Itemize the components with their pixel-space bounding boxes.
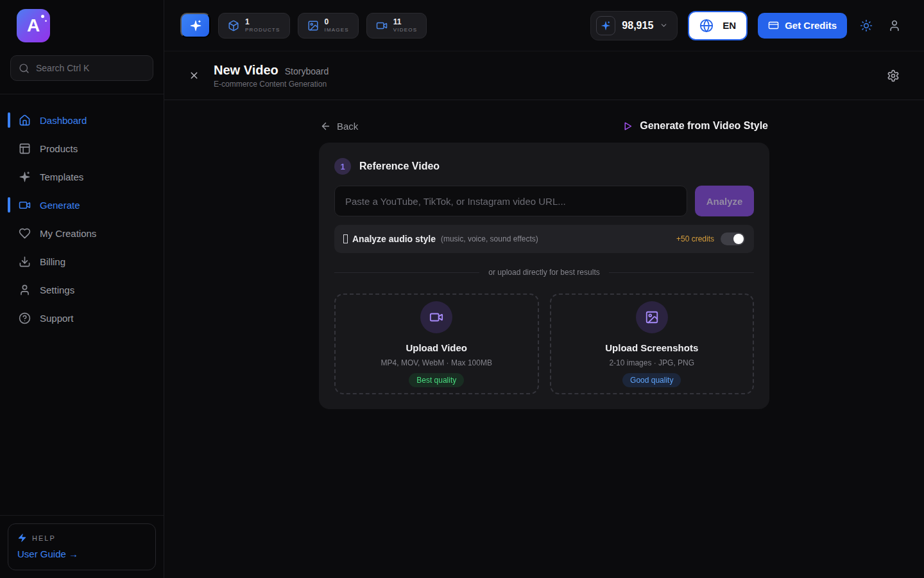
image-icon (636, 301, 668, 333)
logo-dot (45, 20, 47, 22)
theme-toggle-button[interactable] (857, 17, 875, 35)
language-selector[interactable]: EN (688, 11, 748, 40)
video-url-input[interactable] (334, 186, 687, 216)
generate-style-label: Generate from Video Style (640, 120, 768, 132)
reference-video-card: 1 Reference Video Analyze Analyze audio … (319, 143, 769, 409)
sidebar-item-label: Dashboard (40, 115, 87, 126)
sparkles-button[interactable] (180, 13, 210, 38)
credit-card-icon (768, 20, 779, 31)
video-icon (376, 20, 388, 31)
play-icon (622, 121, 633, 132)
page-title: New Video (214, 63, 278, 78)
video-camera-icon (420, 301, 452, 333)
logo-dot (41, 15, 44, 18)
sidebar-item-label: Settings (40, 285, 74, 295)
close-button[interactable] (186, 67, 202, 83)
upload-divider: or upload directly for best results (334, 268, 754, 277)
stat-value: 11 (393, 18, 417, 26)
sidebar-item-my-creations[interactable]: My Creations (0, 219, 164, 247)
page-mode-label: Storyboard (285, 66, 329, 76)
user-icon (888, 19, 901, 32)
chevron-down-icon (660, 21, 668, 30)
user-menu-button[interactable] (886, 17, 903, 35)
page-description: E-commerce Content Generation (214, 80, 329, 89)
stat-value: 0 (325, 18, 349, 26)
user-guide-link[interactable]: User Guide → (17, 548, 146, 559)
sidebar-item-label: Billing (40, 256, 65, 267)
upload-screenshots-title: Upload Screenshots (605, 342, 698, 353)
audio-style-toggle[interactable] (721, 232, 745, 245)
bolt-icon (17, 533, 27, 543)
sidebar-item-billing[interactable]: Billing (0, 247, 164, 276)
sidebar-item-label: My Creations (40, 228, 96, 239)
globe-icon (699, 19, 714, 33)
stat-videos[interactable]: 11 VIDEOS (366, 13, 427, 39)
panel-icon (19, 143, 31, 155)
sun-icon (860, 19, 873, 32)
back-button[interactable]: Back (320, 121, 358, 132)
page-header: New Video Storyboard E-commerce Content … (164, 51, 924, 100)
analyze-button[interactable]: Analyze (695, 186, 754, 216)
stat-images[interactable]: 0 IMAGES (298, 13, 359, 39)
quality-badge: Good quality (622, 373, 681, 387)
quality-badge: Best quality (409, 373, 464, 387)
sidebar-item-label: Generate (40, 200, 80, 211)
get-credits-button[interactable]: Get Credits (758, 13, 847, 39)
sidebar: A Dashboard Products (0, 0, 164, 578)
sidebar-item-label: Support (40, 313, 74, 324)
upload-screenshots-dropzone[interactable]: Upload Screenshots 2-10 images · JPG, PN… (550, 293, 755, 394)
step-title: Reference Video (359, 161, 440, 172)
upload-video-dropzone[interactable]: Upload Video MP4, MOV, WebM · Max 100MB … (334, 293, 539, 394)
sparkles-icon (596, 16, 615, 35)
search-input[interactable] (36, 63, 145, 73)
sidebar-item-label: Products (40, 143, 78, 154)
settings-button[interactable] (884, 67, 902, 85)
audio-style-row: Analyze audio style (music, voice, sound… (334, 225, 754, 253)
close-icon (189, 70, 200, 81)
gear-icon (887, 69, 900, 82)
stat-label: PRODUCTS (245, 26, 280, 33)
heart-icon (19, 227, 31, 240)
upload-screenshots-subtitle: 2-10 images · JPG, PNG (609, 358, 694, 367)
help-box: HELP User Guide → (8, 523, 156, 570)
box-icon (228, 20, 239, 31)
toggle-knob (733, 234, 744, 244)
sparkles-icon (19, 171, 31, 183)
sidebar-item-templates[interactable]: Templates (0, 162, 164, 191)
app-logo[interactable]: A (17, 9, 50, 42)
help-label: HELP (32, 534, 56, 542)
audio-credits-cost: +50 credits (676, 234, 714, 243)
stat-label: VIDEOS (393, 26, 417, 33)
download-icon (19, 256, 31, 268)
sidebar-item-settings[interactable]: Settings (0, 276, 164, 304)
upload-video-subtitle: MP4, MOV, WebM · Max 100MB (381, 358, 492, 367)
home-icon (19, 114, 31, 127)
audio-style-hint: (music, voice, sound effects) (441, 234, 538, 243)
sidebar-item-support[interactable]: Support (0, 304, 164, 332)
step-number-badge: 1 (334, 158, 351, 175)
stat-value: 1 (245, 18, 280, 26)
user-icon (19, 284, 31, 296)
get-credits-label: Get Credits (785, 20, 837, 31)
video-icon (19, 199, 31, 211)
main-content: Back Generate from Video Style 1 Referen… (164, 100, 924, 578)
stats-group: 1 PRODUCTS 0 IMAGES 11 VIDEOS (218, 13, 427, 39)
top-header: 1 PRODUCTS 0 IMAGES 11 VIDEOS (164, 0, 924, 51)
sidebar-item-label: Templates (40, 171, 83, 182)
logo-letter: A (27, 17, 40, 35)
missing-glyph-icon (343, 234, 348, 243)
language-code: EN (723, 20, 736, 31)
sidebar-search[interactable] (10, 55, 153, 81)
credits-dropdown[interactable]: 98,915 (590, 11, 678, 40)
audio-style-title: Analyze audio style (352, 234, 436, 244)
stat-label: IMAGES (325, 26, 349, 33)
sidebar-item-dashboard[interactable]: Dashboard (0, 106, 164, 134)
search-icon (19, 63, 30, 74)
sidebar-item-products[interactable]: Products (0, 134, 164, 162)
sidebar-item-generate[interactable]: Generate (0, 191, 164, 219)
help-circle-icon (19, 312, 31, 324)
sidebar-nav: Dashboard Products Templates Generate My… (0, 94, 164, 332)
stat-products[interactable]: 1 PRODUCTS (218, 13, 290, 39)
credits-value: 98,915 (622, 20, 653, 31)
back-label: Back (337, 121, 358, 132)
